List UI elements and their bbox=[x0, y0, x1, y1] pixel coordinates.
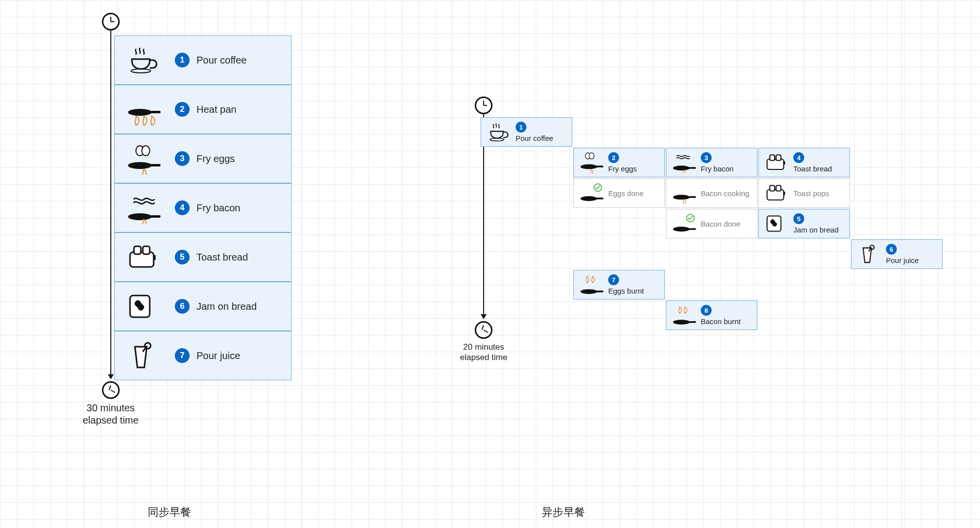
step-number-badge: 3 bbox=[175, 151, 190, 166]
pan-flames-icon bbox=[124, 93, 165, 126]
async-card-bacon-done: Bacon done bbox=[666, 209, 757, 238]
pan-bacon-flame-icon bbox=[670, 152, 699, 173]
sync-step-heat-pan: 2Heat pan bbox=[114, 85, 292, 134]
sync-caption: 同步早餐 bbox=[148, 505, 191, 520]
card-label: Jam on bread bbox=[793, 226, 839, 234]
pan-eggs-flame-icon bbox=[578, 152, 606, 173]
clock-start-icon bbox=[102, 13, 120, 31]
step-number-badge: 6 bbox=[175, 299, 190, 314]
pan-burnt-icon bbox=[670, 304, 699, 326]
toaster-icon bbox=[763, 182, 791, 204]
coffee-icon bbox=[124, 44, 165, 76]
pan-eggs-icon bbox=[124, 142, 165, 175]
step-label: Pour coffee bbox=[196, 55, 247, 66]
step-label: Heat pan bbox=[196, 104, 236, 115]
card-label: Pour coffee bbox=[516, 134, 553, 142]
pan-flame-icon bbox=[670, 182, 699, 204]
toaster-icon bbox=[124, 241, 165, 273]
jam-bread-icon bbox=[763, 213, 791, 234]
juice-icon bbox=[855, 243, 884, 265]
step-number-badge: 5 bbox=[175, 250, 190, 264]
sync-step-jam-on-bread: 6Jam on bread bbox=[114, 282, 292, 331]
step-number-badge: 1 bbox=[516, 122, 526, 132]
arrow-down-icon bbox=[481, 314, 487, 319]
step-number-badge: 2 bbox=[175, 102, 190, 117]
card-label: Eggs burnt bbox=[608, 287, 644, 295]
pan-check-icon bbox=[670, 213, 699, 234]
step-number-badge: 2 bbox=[608, 152, 619, 163]
step-label: Jam on bread bbox=[196, 301, 257, 312]
step-label: Fry eggs bbox=[196, 153, 235, 165]
card-label: Eggs done bbox=[608, 189, 644, 198]
card-label: Fry bacon bbox=[701, 165, 734, 173]
card-label: Bacon done bbox=[701, 220, 740, 228]
async-card-bacon-burnt: 8Bacon burnt bbox=[666, 300, 757, 330]
juice-icon bbox=[124, 339, 165, 372]
pan-burnt-icon bbox=[578, 274, 606, 296]
pan-check-icon bbox=[578, 182, 606, 204]
step-label: Pour juice bbox=[196, 350, 240, 362]
step-number-badge: 1 bbox=[175, 53, 190, 67]
async-card-pour-juice: 6Pour juice bbox=[851, 239, 943, 269]
coffee-icon bbox=[485, 121, 514, 143]
async-card-pour-coffee: 1Pour coffee bbox=[481, 117, 572, 147]
card-label: Bacon cooking bbox=[701, 189, 749, 198]
clock-end-icon bbox=[475, 321, 492, 339]
async-card-fry-eggs: 2Fry eggs bbox=[573, 148, 665, 177]
card-label: Toast pops bbox=[793, 189, 829, 198]
async-elapsed: 20 minutes elapsed time bbox=[460, 342, 507, 363]
sync-elapsed-line1: 30 minutes bbox=[87, 402, 135, 413]
async-card-toast-bread: 4Toast bread bbox=[758, 148, 850, 177]
step-number-badge: 4 bbox=[175, 200, 190, 215]
async-card-eggs-done: Eggs done bbox=[573, 178, 665, 208]
timeline-line bbox=[110, 31, 111, 374]
step-number-badge: 7 bbox=[608, 274, 619, 285]
async-card-toast-pops: Toast pops bbox=[758, 178, 850, 208]
card-label: Pour juice bbox=[886, 256, 919, 264]
async-card-fry-bacon: 3Fry bacon bbox=[666, 148, 757, 177]
card-label: Bacon burnt bbox=[701, 317, 741, 326]
step-number-badge: 6 bbox=[886, 244, 897, 255]
step-number-badge: 4 bbox=[793, 152, 804, 163]
async-elapsed-line2: elapsed time bbox=[460, 353, 507, 362]
sync-step-toast-bread: 5Toast bread bbox=[114, 232, 292, 282]
page-break-guide bbox=[301, 0, 302, 528]
card-label: Fry eggs bbox=[608, 165, 637, 173]
clock-end-icon bbox=[102, 381, 120, 399]
async-card-eggs-burnt: 7Eggs burnt bbox=[573, 270, 665, 299]
jam-bread-icon bbox=[124, 290, 165, 323]
step-number-badge: 8 bbox=[701, 305, 712, 316]
sync-step-fry-eggs: 3Fry eggs bbox=[114, 134, 292, 183]
sync-step-fry-bacon: 4Fry bacon bbox=[114, 183, 292, 232]
step-label: Fry bacon bbox=[196, 202, 240, 214]
sync-step-pour-coffee: 1Pour coffee bbox=[114, 35, 292, 85]
sync-elapsed-line2: elapsed time bbox=[83, 415, 138, 426]
step-number-badge: 5 bbox=[793, 213, 804, 224]
async-elapsed-line1: 20 minutes bbox=[463, 342, 504, 352]
async-caption: 异步早餐 bbox=[542, 505, 585, 520]
step-number-badge: 3 bbox=[701, 152, 712, 163]
sync-elapsed: 30 minutes elapsed time bbox=[83, 402, 138, 427]
toaster-icon bbox=[763, 152, 791, 173]
card-label: Toast bread bbox=[793, 165, 832, 173]
pan-bacon-icon bbox=[124, 192, 165, 224]
clock-start-icon bbox=[475, 97, 492, 114]
step-label: Toast bread bbox=[196, 252, 248, 263]
arrow-down-icon bbox=[108, 374, 114, 379]
step-number-badge: 7 bbox=[175, 348, 190, 363]
sync-step-pour-juice: 7Pour juice bbox=[114, 331, 292, 380]
async-card-bacon-cooking: Bacon cooking bbox=[666, 178, 757, 208]
async-card-jam-on-bread: 5Jam on bread bbox=[758, 209, 850, 238]
